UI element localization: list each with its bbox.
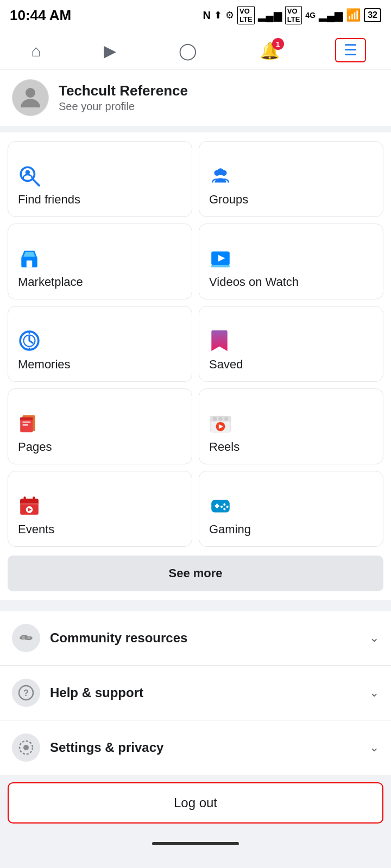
accordion-help-support[interactable]: ? Help & support ⌄ [0, 666, 391, 720]
grid-section: Find friends Groups [0, 132, 391, 600]
events-label: Events [18, 522, 54, 537]
svg-rect-8 [27, 260, 33, 267]
saved-svg [209, 329, 230, 352]
accordion-settings-privacy[interactable]: Settings & privacy ⌄ [0, 720, 391, 775]
grid-card-marketplace[interactable]: Marketplace [8, 224, 192, 299]
events-svg [18, 494, 41, 517]
wifi-icon: 📶 [346, 8, 361, 22]
home-icon: ⌂ [31, 42, 41, 60]
svg-line-2 [33, 179, 39, 186]
gaming-svg [209, 494, 232, 517]
find-friends-svg [18, 164, 41, 187]
groups-label: Groups [209, 193, 248, 207]
volte2-icon: VOLTE [285, 6, 302, 24]
groups-svg [209, 164, 232, 187]
svg-rect-11 [211, 265, 230, 267]
community-chevron-icon: ⌄ [369, 631, 379, 645]
home-indicator [0, 834, 391, 851]
profile-info: Techcult Reference See your profile [59, 82, 188, 113]
nav-watch[interactable]: ▶ [97, 39, 123, 62]
help-support-icon: ? [12, 679, 40, 707]
grid-row-1: Find friends Groups [8, 141, 383, 217]
status-icons: N ⬆ ⚙ VOLTE ▂▄▆ VOLTE 4G ▂▄▆ 📶 32 [203, 6, 381, 24]
pages-svg [18, 412, 41, 435]
upload-icon: ⬆ [214, 9, 222, 21]
nav-profile[interactable]: ◯ [172, 39, 204, 62]
play-icon: ▶ [104, 41, 116, 60]
memories-svg [18, 329, 41, 352]
grid-row-5: Events Gaming [8, 471, 383, 547]
grid-row-3: Memories Saved [8, 306, 383, 382]
svg-rect-31 [20, 503, 39, 505]
battery-indicator: 32 [364, 8, 381, 22]
help-chevron-icon: ⌄ [369, 686, 379, 700]
grid-card-gaming[interactable]: Gaming [199, 471, 383, 547]
settings-chevron-icon: ⌄ [369, 741, 379, 755]
settings-privacy-icon [12, 733, 40, 762]
grid-card-saved[interactable]: Saved [199, 306, 383, 382]
grid-card-reels[interactable]: Reels [199, 388, 383, 464]
handshake-icon [18, 630, 34, 646]
pages-icon [18, 412, 41, 435]
menu-icon: ☰ [344, 41, 357, 59]
reels-label: Reels [209, 440, 239, 454]
see-more-button[interactable]: See more [8, 556, 383, 591]
avatar-icon [16, 83, 45, 112]
grid-card-videos-on-watch[interactable]: Videos on Watch [199, 224, 383, 299]
svg-point-38 [226, 506, 229, 508]
nav-home[interactable]: ⌂ [24, 40, 47, 62]
avatar [12, 79, 49, 116]
marketplace-icon [18, 247, 41, 270]
signal-icon: ▂▄▆ [258, 9, 282, 22]
svg-text:?: ? [23, 688, 29, 698]
grid-row-4: Pages Reels [8, 388, 383, 464]
svg-point-40 [220, 506, 223, 508]
videos-on-watch-label: Videos on Watch [209, 275, 299, 289]
status-bar: 10:44 AM N ⬆ ⚙ VOLTE ▂▄▆ VOLTE 4G ▂▄▆ 📶 … [0, 0, 391, 28]
find-friends-icon [18, 164, 41, 187]
svg-point-42 [27, 636, 30, 639]
svg-rect-18 [22, 424, 28, 426]
svg-rect-30 [33, 496, 35, 501]
saved-icon [209, 329, 230, 352]
nav-menu[interactable]: ☰ [335, 38, 366, 62]
settings-icon: ⚙ [225, 9, 234, 21]
svg-point-22 [213, 417, 217, 420]
home-bar [152, 842, 239, 845]
question-icon: ? [18, 685, 34, 701]
svg-point-45 [23, 745, 29, 750]
profile-header[interactable]: Techcult Reference See your profile [0, 69, 391, 126]
grid-card-pages[interactable]: Pages [8, 388, 192, 464]
grid-card-memories[interactable]: Memories [8, 306, 192, 382]
section-divider [0, 607, 391, 611]
svg-point-23 [218, 417, 222, 420]
grid-card-groups[interactable]: Groups [199, 141, 383, 217]
notification-badge: 1 [272, 38, 284, 50]
user-icon: ◯ [179, 41, 197, 60]
logout-button[interactable]: Log out [8, 782, 383, 824]
svg-point-37 [223, 503, 225, 506]
grid-card-events[interactable]: Events [8, 471, 192, 547]
profile-subtext: See your profile [59, 100, 188, 113]
nav-notifications[interactable]: 🔔 1 [253, 39, 286, 62]
videos-on-watch-icon [209, 247, 232, 270]
marketplace-label: Marketplace [18, 275, 83, 289]
reels-icon [209, 412, 232, 435]
grid-card-find-friends[interactable]: Find friends [8, 141, 192, 217]
logout-section: Log out [0, 775, 391, 834]
svg-point-6 [217, 168, 224, 175]
groups-icon [209, 164, 232, 187]
accordion-section: Community resources ⌄ ? Help & support ⌄… [0, 611, 391, 775]
marketplace-svg [18, 247, 41, 270]
signal2-icon: ▂▄▆ [319, 9, 343, 22]
volte-icon: VOLTE [237, 6, 255, 24]
accordion-community-resources[interactable]: Community resources ⌄ [0, 611, 391, 666]
grid-row-2: Marketplace Videos on Watch [8, 224, 383, 299]
svg-point-41 [22, 636, 25, 639]
status-time: 10:44 AM [10, 7, 71, 24]
4g-icon: 4G [305, 11, 316, 20]
svg-point-24 [224, 417, 228, 420]
svg-rect-36 [216, 503, 218, 508]
gaming-icon [209, 494, 232, 517]
n-icon: N [203, 9, 211, 22]
